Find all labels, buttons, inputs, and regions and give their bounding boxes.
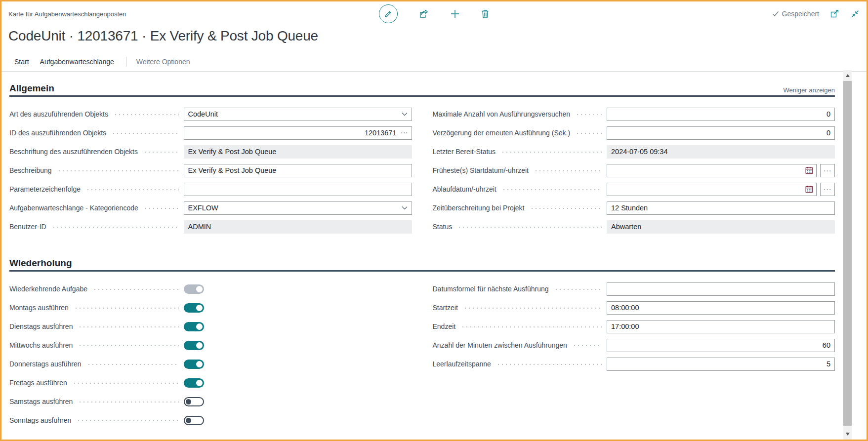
saved-status: Gespeichert	[772, 10, 819, 18]
check-icon	[772, 11, 779, 17]
user-id-value: ADMIN	[184, 220, 412, 234]
description-input[interactable]	[184, 164, 412, 177]
ending-time-input[interactable]	[607, 320, 835, 333]
run-saturday-toggle[interactable]	[184, 397, 204, 406]
run-thursday-field: Donnerstags ausführen	[9, 355, 412, 373]
object-caption-field: Beschriftung des auszuführenden Objekts …	[9, 142, 412, 161]
menu-item-job-queue[interactable]: Aufgabenwarteschlange	[40, 58, 114, 66]
run-saturday-field: Samstags ausführen	[9, 392, 412, 411]
user-id-field: Benutzer-ID ADMIN	[9, 217, 412, 236]
last-ready-state-field: Letzter Bereit-Status 2024-07-05 09:34	[433, 142, 835, 161]
run-monday-field: Montags ausführen	[9, 298, 412, 317]
new-plus-icon[interactable]	[450, 9, 460, 19]
breadcrumb[interactable]: Karte für Aufgabenwarteschlangenposten	[8, 10, 126, 18]
ending-time-field: Endzeit	[433, 317, 835, 336]
inactivity-timeout-input[interactable]	[607, 358, 835, 371]
object-caption-value: Ex Verify & Post Job Queue	[184, 145, 412, 159]
action-icon-group	[379, 1, 490, 26]
starting-time-input[interactable]	[607, 301, 835, 315]
assist-edit-button[interactable]: ···	[820, 164, 835, 177]
assist-edit-ellipsis-icon[interactable]: ⋯	[401, 130, 408, 135]
card-content: Allgemein Weniger anzeigen Art des auszu…	[1, 81, 867, 430]
last-ready-state-value: 2024-07-05 09:34	[607, 145, 835, 159]
run-thursday-toggle[interactable]	[184, 360, 204, 369]
assist-edit-button[interactable]: ···	[820, 183, 835, 196]
recurrence-section-header: Wiederholung	[9, 256, 835, 269]
status-field: Status Abwarten	[433, 217, 835, 236]
show-less-link[interactable]: Weniger anzeigen	[783, 86, 835, 94]
collapse-icon[interactable]	[851, 9, 860, 18]
recurrence-fields: Wiederkehrende Aufgabe Montags ausführen…	[9, 280, 835, 430]
general-section-title: Allgemein	[9, 83, 54, 94]
recurrence-right-column: Datumsformel für nächste Ausführung Star…	[433, 280, 835, 430]
object-id-input[interactable]: 12013671 ⋯	[184, 126, 412, 140]
vertical-scrollbar[interactable]	[843, 70, 852, 440]
open-in-new-window-icon[interactable]	[830, 9, 840, 18]
inactivity-timeout-field: Leerlaufzeitspanne	[433, 355, 835, 373]
minutes-between-runs-input[interactable]	[607, 339, 835, 352]
recurring-job-toggle	[184, 284, 204, 294]
job-queue-category-input[interactable]	[184, 201, 412, 215]
general-right-column: Maximale Anzahl von Ausführungsversuchen…	[433, 105, 835, 236]
minutes-between-runs-field: Anzahl der Minuten zwischen Ausführungen	[433, 336, 835, 355]
rerun-delay-field: Verzögerung der erneuten Ausführung (Sek…	[433, 123, 835, 142]
page-title: CodeUnit · 12013671 · Ex Verify & Post J…	[1, 26, 867, 46]
run-sunday-field: Sonntags ausführen	[9, 411, 412, 430]
job-timeout-field: Zeitüberschreitung bei Projekt	[433, 199, 835, 217]
general-section-underline	[9, 95, 835, 97]
run-friday-field: Freitags ausführen	[9, 373, 412, 392]
save-status-group: Gespeichert	[772, 9, 860, 18]
general-fields: Art des auszuführenden Objekts ID des au…	[9, 105, 835, 236]
object-type-input[interactable]	[184, 108, 412, 121]
run-friday-toggle[interactable]	[184, 378, 204, 388]
run-wednesday-toggle[interactable]	[184, 341, 204, 350]
menu-item-start[interactable]: Start	[14, 58, 29, 66]
saved-label: Gespeichert	[782, 10, 819, 18]
status-value: Abwarten	[607, 220, 835, 234]
earliest-start-input[interactable]	[607, 164, 817, 177]
recurrence-left-column: Wiederkehrende Aufgabe Montags ausführen…	[9, 280, 412, 430]
calendar-icon[interactable]	[805, 185, 813, 193]
scrollbar-thumb[interactable]	[843, 81, 852, 426]
edit-pencil-icon[interactable]	[379, 4, 398, 23]
next-run-date-formula-field: Datumsformel für nächste Ausführung	[433, 280, 835, 298]
top-bar: Karte für Aufgabenwarteschlangenposten G…	[1, 1, 867, 26]
expiration-field: Ablaufdatum/-uhrzeit ···	[433, 180, 835, 199]
max-attempts-input[interactable]	[607, 108, 835, 121]
job-queue-entry-card-window: Karte für Aufgabenwarteschlangenposten G…	[0, 0, 868, 441]
run-monday-toggle[interactable]	[184, 303, 204, 313]
object-type-field: Art des auszuführenden Objekts	[9, 105, 412, 123]
parameter-string-field: Parameterzeichenfolge	[9, 180, 412, 199]
scrollbar-up-arrow[interactable]	[843, 71, 852, 80]
starting-time-field: Startzeit	[433, 298, 835, 317]
parameter-string-input[interactable]	[184, 183, 412, 196]
menu-bar: Start Aufgabenwarteschlange Weitere Opti…	[1, 52, 867, 72]
run-tuesday-field: Dienstags ausführen	[9, 317, 412, 336]
job-timeout-input[interactable]	[607, 201, 835, 215]
recurring-job-field: Wiederkehrende Aufgabe	[9, 280, 412, 298]
share-icon[interactable]	[418, 9, 429, 19]
description-field: Beschreibung	[9, 161, 412, 180]
general-left-column: Art des auszuführenden Objekts ID des au…	[9, 105, 412, 236]
run-sunday-toggle[interactable]	[184, 416, 204, 425]
next-run-date-formula-input[interactable]	[607, 282, 835, 296]
recurrence-section-title: Wiederholung	[9, 258, 72, 269]
object-id-field: ID des auszuführenden Objekts 12013671 ⋯	[9, 123, 412, 142]
run-wednesday-field: Mittwochs ausführen	[9, 336, 412, 355]
delete-trash-icon[interactable]	[481, 9, 490, 19]
run-tuesday-toggle[interactable]	[184, 322, 204, 331]
max-attempts-field: Maximale Anzahl von Ausführungsversuchen	[433, 105, 835, 123]
general-section-header: Allgemein Weniger anzeigen	[9, 81, 835, 94]
expiration-input[interactable]	[607, 183, 817, 196]
recurrence-section-underline	[9, 270, 835, 272]
calendar-icon[interactable]	[805, 166, 813, 174]
job-queue-category-field: Aufgabenwarteschlange - Kategoriencode	[9, 199, 412, 217]
menu-item-more-options[interactable]: Weitere Optionen	[136, 58, 190, 66]
rerun-delay-input[interactable]	[607, 126, 835, 140]
menu-divider	[126, 57, 126, 67]
earliest-start-field: Früheste(s) Startdatum/-uhrzeit ···	[433, 161, 835, 180]
scrollbar-down-arrow[interactable]	[843, 430, 852, 438]
